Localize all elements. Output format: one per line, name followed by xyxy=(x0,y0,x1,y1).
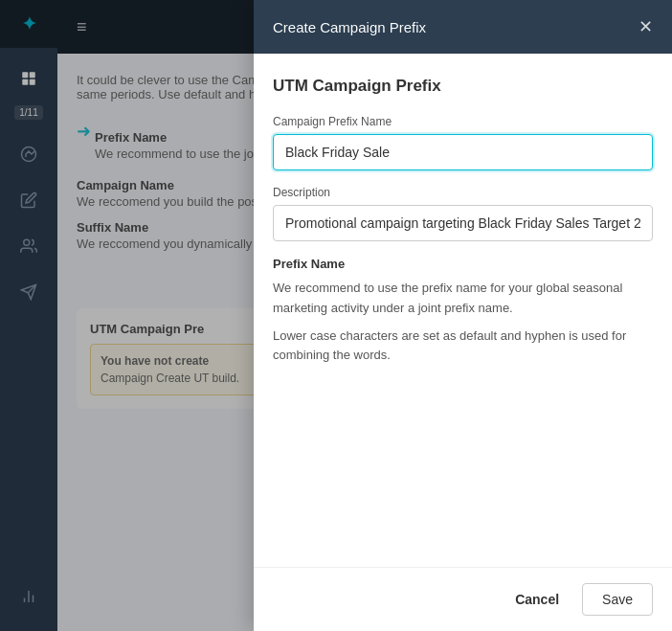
campaign-prefix-name-label: Campaign Prefix Name xyxy=(273,115,653,128)
modal-footer: Cancel Save xyxy=(254,567,672,631)
info-box-title: Prefix Name xyxy=(273,257,653,271)
modal-header: Create Campaign Prefix ✕ xyxy=(254,0,672,54)
description-label: Description xyxy=(273,186,653,199)
close-button[interactable]: ✕ xyxy=(638,16,653,37)
modal-section-title: UTM Campaign Prefix xyxy=(273,77,653,96)
save-button[interactable]: Save xyxy=(582,583,653,616)
modal: Create Campaign Prefix ✕ UTM Campaign Pr… xyxy=(254,0,672,631)
modal-overlay: Create Campaign Prefix ✕ UTM Campaign Pr… xyxy=(0,0,672,631)
campaign-prefix-name-input[interactable] xyxy=(273,134,653,170)
info-box-paragraph2: Lower case characters are set as default… xyxy=(273,327,653,367)
cancel-button[interactable]: Cancel xyxy=(504,584,571,615)
description-input[interactable] xyxy=(273,205,653,241)
modal-title: Create Campaign Prefix xyxy=(273,19,426,35)
info-box-paragraph1: We recommend to use the prefix name for … xyxy=(273,279,653,319)
modal-body: UTM Campaign Prefix Campaign Prefix Name… xyxy=(254,54,672,567)
info-box: Prefix Name We recommend to use the pref… xyxy=(273,257,653,366)
